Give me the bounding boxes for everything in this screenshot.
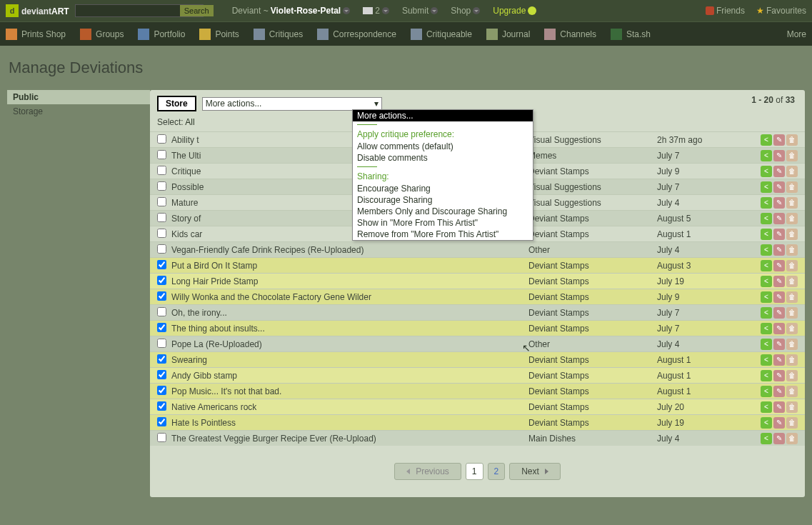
messages-menu[interactable]: 2 [363,6,389,16]
row-title[interactable]: Put a Bird On It Stamp [171,261,528,271]
row-checkbox[interactable] [157,354,166,364]
dropdown-encourage-sharing[interactable]: Encourage Sharing [353,183,533,194]
row-title[interactable]: Oh, the irony... [171,308,528,318]
page-1[interactable]: 1 [466,463,483,480]
row-checkbox[interactable] [157,323,166,332]
share-icon[interactable]: < [761,417,772,429]
nav-points[interactable]: Points [199,29,239,40]
dropdown-members-only[interactable]: Members Only and Discourage Sharing [353,206,533,217]
share-icon[interactable]: < [761,370,772,381]
share-icon[interactable]: < [761,260,772,271]
row-checkbox[interactable] [157,291,166,301]
edit-icon[interactable]: ✎ [773,386,785,397]
share-icon[interactable]: < [761,213,772,224]
nav-stash[interactable]: Sta.sh [611,29,651,40]
delete-icon[interactable]: 🗑 [786,433,798,444]
edit-icon[interactable]: ✎ [773,229,785,240]
nav-prints-shop[interactable]: Prints Shop [6,29,66,40]
share-icon[interactable]: < [761,181,772,193]
nav-groups[interactable]: Groups [80,29,124,40]
row-checkbox[interactable] [157,134,166,144]
row-title[interactable]: The Greatest Veggie Burger Recipe Ever (… [171,434,528,444]
delete-icon[interactable]: 🗑 [786,181,798,193]
shop-menu[interactable]: Shop [451,6,480,16]
row-checkbox[interactable] [157,433,166,442]
delete-icon[interactable]: 🗑 [786,150,798,161]
row-title[interactable]: Pop Music... It's not that bad. [171,386,528,396]
row-title[interactable]: Willy Wonka and the Chocolate Factory Ge… [171,292,528,302]
row-checkbox[interactable] [157,166,166,175]
row-title[interactable]: Swearing [171,355,528,365]
dropdown-more-actions[interactable]: More actions... [353,110,533,121]
row-checkbox[interactable] [157,276,166,285]
row-checkbox[interactable] [157,339,166,348]
edit-icon[interactable]: ✎ [773,401,785,413]
edit-icon[interactable]: ✎ [773,417,785,429]
share-icon[interactable]: < [761,433,772,444]
share-icon[interactable]: < [761,276,772,287]
row-checkbox[interactable] [157,197,166,206]
nav-more[interactable]: More [787,29,806,39]
edit-icon[interactable]: ✎ [773,244,785,256]
edit-icon[interactable]: ✎ [773,433,785,444]
edit-icon[interactable]: ✎ [773,150,785,161]
share-icon[interactable]: < [761,401,772,413]
favourites-link[interactable]: ★Favourites [756,6,806,16]
share-icon[interactable]: < [761,150,772,161]
row-checkbox[interactable] [157,229,166,238]
user-menu[interactable]: Deviant ~Violet-Rose-Petal [232,6,351,16]
delete-icon[interactable]: 🗑 [786,197,798,209]
delete-icon[interactable]: 🗑 [786,229,798,240]
nav-journal[interactable]: Journal [486,29,530,40]
delete-icon[interactable]: 🗑 [786,166,798,177]
row-checkbox[interactable] [157,150,166,159]
edit-icon[interactable]: ✎ [773,323,785,334]
select-all-link[interactable]: All [185,117,194,127]
dropdown-show-more-from[interactable]: Show in "More From This Artist"↖ [353,217,533,229]
edit-icon[interactable]: ✎ [773,166,785,177]
share-icon[interactable]: < [761,339,772,350]
search-button[interactable]: Search [180,5,214,16]
row-checkbox[interactable] [157,307,166,316]
logo[interactable]: d deviantART [6,4,69,17]
share-icon[interactable]: < [761,197,772,209]
edit-icon[interactable]: ✎ [773,260,785,271]
delete-icon[interactable]: 🗑 [786,213,798,224]
edit-icon[interactable]: ✎ [773,291,785,303]
row-checkbox[interactable] [157,244,166,254]
share-icon[interactable]: < [761,291,772,303]
store-button[interactable]: Store [157,96,196,111]
share-icon[interactable]: < [761,354,772,366]
sidebar-item-storage[interactable]: Storage [7,104,150,119]
edit-icon[interactable]: ✎ [773,370,785,381]
row-checkbox[interactable] [157,181,166,191]
edit-icon[interactable]: ✎ [773,197,785,209]
upgrade-link[interactable]: Upgrade [493,6,536,16]
delete-icon[interactable]: 🗑 [786,323,798,334]
row-checkbox[interactable] [157,260,166,269]
row-title[interactable]: Hate Is Pointless [171,418,528,428]
sidebar-item-public[interactable]: Public [7,90,150,104]
next-button[interactable]: Next [509,463,561,480]
delete-icon[interactable]: 🗑 [786,134,798,146]
row-title[interactable]: Long Hair Pride Stamp [171,276,528,286]
delete-icon[interactable]: 🗑 [786,276,798,287]
nav-portfolio[interactable]: Portfolio [138,29,185,40]
row-checkbox[interactable] [157,417,166,426]
share-icon[interactable]: < [761,323,772,334]
nav-channels[interactable]: Channels [544,29,596,40]
dropdown-allow-comments[interactable]: Allow comments (default) [353,141,533,152]
delete-icon[interactable]: 🗑 [786,260,798,271]
row-checkbox[interactable] [157,401,166,411]
share-icon[interactable]: < [761,386,772,397]
row-checkbox[interactable] [157,213,166,222]
edit-icon[interactable]: ✎ [773,354,785,366]
nav-critiques[interactable]: Critiques [254,29,303,40]
dropdown-discourage-sharing[interactable]: Discourage Sharing [353,194,533,206]
nav-correspondence[interactable]: Correspondence [317,29,396,40]
friends-link[interactable]: Friends [706,6,745,16]
prev-button[interactable]: Previous [394,463,461,480]
delete-icon[interactable]: 🗑 [786,386,798,397]
edit-icon[interactable]: ✎ [773,213,785,224]
delete-icon[interactable]: 🗑 [786,401,798,413]
